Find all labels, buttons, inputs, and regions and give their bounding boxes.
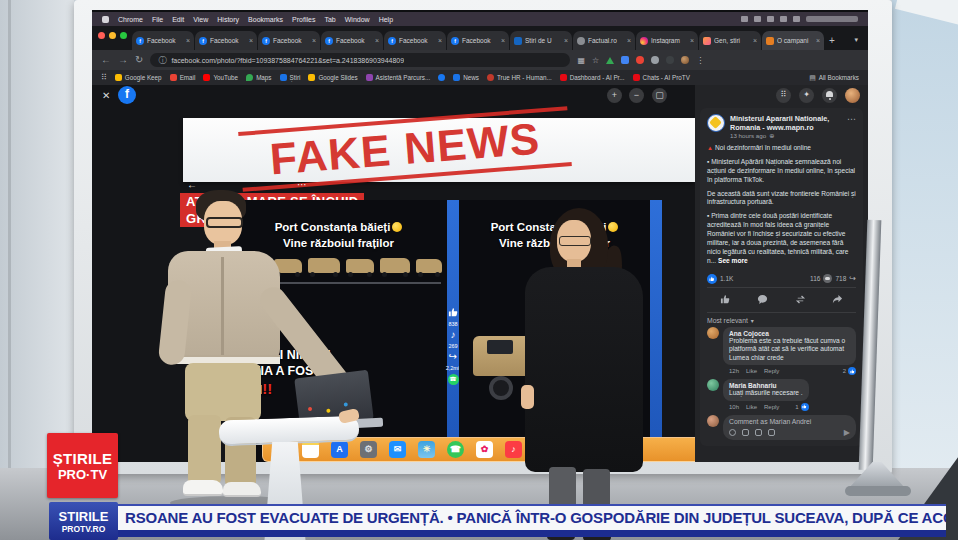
menubar-item[interactable]: Help xyxy=(379,16,393,23)
comment-like-button[interactable]: Like xyxy=(746,404,757,410)
address-bar[interactable]: facebook.com/photo/?fbid=109387588476422… xyxy=(150,53,570,67)
new-tab-button[interactable] xyxy=(825,35,839,50)
extension-icon[interactable] xyxy=(621,56,629,64)
menubar-item[interactable]: Profiles xyxy=(292,16,315,23)
comment-reply-button[interactable]: Reply xyxy=(764,404,779,410)
back-button[interactable] xyxy=(101,55,111,65)
bookmark-item[interactable]: Google Slides xyxy=(308,74,357,81)
dock-icon-photos[interactable]: ✿ xyxy=(476,441,493,458)
menubar-item[interactable]: Bookmarks xyxy=(248,16,283,23)
zoom-window-button[interactable] xyxy=(120,32,127,39)
menubar-item[interactable]: File xyxy=(152,16,163,23)
messenger-icon[interactable]: ✦ xyxy=(799,88,814,103)
dock-icon-weather[interactable]: ☀ xyxy=(418,441,435,458)
browser-menu-icon[interactable] xyxy=(696,56,704,65)
commenter-name[interactable]: Maria Bahnariu xyxy=(729,382,803,389)
close-icon[interactable] xyxy=(690,37,694,44)
extension-icon[interactable] xyxy=(651,56,659,64)
close-icon[interactable] xyxy=(816,37,820,44)
browser-tab[interactable]: fFacebook xyxy=(132,31,194,50)
status-icon[interactable] xyxy=(780,16,787,22)
tiktok-logo-icon[interactable] xyxy=(451,330,456,340)
browser-tab[interactable]: Factual.ro xyxy=(573,31,635,50)
close-icon[interactable] xyxy=(102,90,110,101)
zoom-out-icon[interactable]: − xyxy=(629,88,644,103)
browser-tab[interactable]: fFacebook xyxy=(195,31,257,50)
whatsapp-icon[interactable] xyxy=(448,374,459,385)
comment-reply-button[interactable]: Reply xyxy=(764,368,779,374)
commenter-avatar[interactable] xyxy=(707,327,719,339)
bookmark-star-icon[interactable] xyxy=(592,56,599,65)
apple-icon[interactable] xyxy=(102,16,109,23)
comment-sort-dropdown[interactable]: Most relevant xyxy=(707,317,856,324)
facebook-logo[interactable]: f xyxy=(118,86,136,104)
see-more-link[interactable]: See more xyxy=(718,257,748,264)
emoji-icon[interactable] xyxy=(742,429,749,436)
comment-count[interactable]: 116 xyxy=(810,275,820,282)
close-icon[interactable] xyxy=(186,37,190,44)
page-name[interactable]: Romania - www.mapn.ro xyxy=(730,123,829,132)
bookmark-item-facebook[interactable] xyxy=(438,74,445,81)
like-icon[interactable] xyxy=(448,307,459,318)
like-count[interactable]: 1.1K xyxy=(720,275,733,282)
comment-button[interactable] xyxy=(757,291,768,309)
extensions-puzzle-icon[interactable] xyxy=(666,56,674,64)
browser-tab[interactable]: fFacebook xyxy=(384,31,446,50)
bookmark-item[interactable]: Email xyxy=(170,74,196,81)
page-avatar[interactable] xyxy=(707,114,725,132)
browser-tab[interactable]: fFacebook xyxy=(258,31,320,50)
bookmark-item[interactable]: News xyxy=(453,74,479,81)
minimize-window-button[interactable] xyxy=(109,32,116,39)
share-button[interactable] xyxy=(832,291,843,309)
more-options-icon[interactable] xyxy=(847,114,856,139)
comment-like-button[interactable]: Like xyxy=(746,368,757,374)
browser-tab[interactable]: Gen, știri xyxy=(699,31,761,50)
comment-input[interactable]: Comment as Marian Andrei xyxy=(723,415,856,440)
close-icon[interactable] xyxy=(564,37,568,44)
browser-tab[interactable]: Știri de U xyxy=(510,31,572,50)
site-info-icon[interactable] xyxy=(158,55,166,66)
close-icon[interactable] xyxy=(438,37,442,44)
browser-tab[interactable]: Instagram xyxy=(636,31,698,50)
apps-menu-icon[interactable] xyxy=(776,88,791,103)
menubar-item[interactable]: Tab xyxy=(324,16,335,23)
commenter-name[interactable]: Ana Cojocea xyxy=(729,330,850,337)
user-avatar[interactable] xyxy=(845,88,860,103)
close-window-button[interactable] xyxy=(98,32,105,39)
bookmark-item[interactable]: Google Keep xyxy=(115,74,162,81)
share-icon[interactable] xyxy=(449,352,457,362)
bookmark-item[interactable]: True HR - Human... xyxy=(487,74,552,81)
reload-button[interactable] xyxy=(135,55,143,65)
extension-icon[interactable] xyxy=(636,56,644,64)
apps-grid-icon[interactable] xyxy=(101,73,107,82)
bookmark-item[interactable]: Chats - AI ProTV xyxy=(633,74,690,81)
drive-extension-icon[interactable] xyxy=(606,57,614,64)
like-button[interactable] xyxy=(720,291,731,309)
zoom-in-icon[interactable]: + xyxy=(607,88,622,103)
menubar-item[interactable]: Chrome xyxy=(118,16,143,23)
menubar-item[interactable]: History xyxy=(217,16,239,23)
bookmark-item[interactable]: Maps xyxy=(246,74,271,81)
close-icon[interactable] xyxy=(627,37,631,44)
menubar-item[interactable]: View xyxy=(193,16,208,23)
avatar-sticker-icon[interactable] xyxy=(729,429,736,436)
close-icon[interactable] xyxy=(375,37,379,44)
dock-icon-whatsapp[interactable]: ☎ xyxy=(447,441,464,458)
notifications-bell-icon[interactable] xyxy=(822,88,837,103)
profile-avatar[interactable] xyxy=(681,56,689,64)
browser-tab-active[interactable]: O campani xyxy=(762,31,824,50)
close-icon[interactable] xyxy=(753,37,757,44)
bookmark-item[interactable]: Știri xyxy=(280,74,301,81)
user-avatar[interactable] xyxy=(707,415,719,427)
menubar-item[interactable]: Edit xyxy=(172,16,184,23)
all-bookmarks-button[interactable]: All Bookmarks xyxy=(809,74,859,82)
tab-search-chevron-icon[interactable] xyxy=(848,36,864,50)
browser-tab[interactable]: fFacebook xyxy=(321,31,383,50)
bookmark-item[interactable]: Asistentă Parcurs... xyxy=(366,74,431,81)
translate-icon[interactable] xyxy=(577,56,585,65)
gif-icon[interactable] xyxy=(768,429,775,436)
menubar-item[interactable]: Window xyxy=(345,16,370,23)
bookmark-item[interactable]: Dashboard - AI Pr... xyxy=(560,74,625,81)
like-reaction-icon[interactable] xyxy=(707,274,717,284)
fullscreen-icon[interactable]: ▢ xyxy=(652,88,667,103)
